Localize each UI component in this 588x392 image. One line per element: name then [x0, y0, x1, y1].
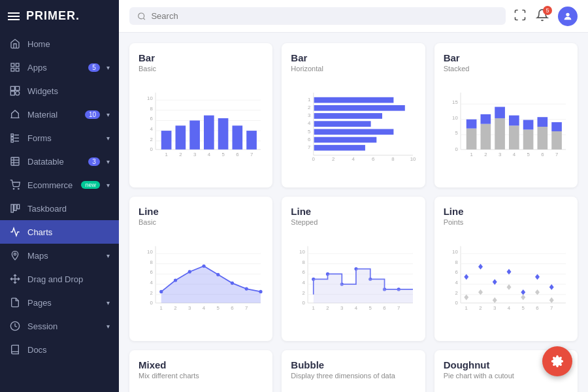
chart-line-points: Line Points 0 2 4 6 8 10 [434, 197, 578, 341]
charts-grid: Bar Basic 0 2 4 6 8 10 [119, 33, 588, 392]
sidebar-item-label-home: Home [27, 39, 110, 49]
sidebar-item-maps[interactable]: Maps ▾ [0, 244, 119, 267]
forms-arrow: ▾ [106, 135, 110, 142]
sidebar-item-label-datatable: Datatable [27, 157, 82, 167]
chart-bar-basic: Bar Basic 0 2 4 6 8 10 [129, 43, 272, 188]
svg-text:0: 0 [150, 300, 153, 306]
svg-text:5: 5 [217, 305, 220, 311]
pages-icon [9, 297, 21, 308]
svg-text:6: 6 [150, 116, 152, 122]
settings-icon [551, 355, 564, 368]
chart-title-bar-basic: Bar [139, 52, 263, 63]
notification-button[interactable]: 5 [536, 8, 549, 24]
svg-text:3: 3 [498, 152, 501, 157]
sidebar-item-label-widgets: Widgets [27, 86, 110, 96]
notification-badge: 5 [543, 6, 552, 15]
maps-icon [9, 250, 21, 261]
chart-title-bar-horizontal: Bar [291, 52, 416, 63]
chart-svg-line-stepped: 0 2 4 6 8 10 [291, 231, 416, 329]
search-input[interactable] [151, 11, 498, 21]
hamburger-icon[interactable] [8, 12, 20, 20]
svg-text:7: 7 [250, 152, 253, 157]
svg-point-23 [14, 253, 16, 255]
svg-text:2: 2 [150, 290, 152, 296]
chart-subtitle-line-basic: Basic [139, 218, 263, 226]
sidebar-item-datatable[interactable]: Datatable 3 ▾ [0, 150, 119, 173]
svg-text:2: 2 [479, 305, 482, 311]
sidebar-item-forms[interactable]: Forms ▾ [0, 126, 119, 150]
svg-rect-98 [551, 131, 562, 150]
sidebar-item-charts[interactable]: Charts [0, 220, 119, 244]
svg-text:1: 1 [165, 152, 167, 157]
session-arrow: ▾ [106, 323, 110, 330]
svg-text:5: 5 [521, 305, 525, 311]
sidebar-item-draganddrop[interactable]: Drag and Drop [0, 267, 119, 291]
svg-point-126 [231, 282, 234, 285]
svg-rect-6 [10, 91, 14, 95]
svg-text:6: 6 [384, 305, 386, 311]
svg-text:6: 6 [536, 305, 538, 311]
svg-point-121 [159, 290, 163, 293]
svg-rect-41 [161, 131, 172, 150]
apps-badge: 5 [88, 63, 100, 72]
sidebar-item-label-taskboard: Taskboard [27, 204, 110, 214]
sidebar-item-label-apps: Apps [27, 63, 82, 73]
svg-text:2: 2 [174, 305, 176, 311]
svg-point-125 [216, 273, 220, 276]
svg-rect-46 [232, 125, 242, 150]
svg-point-127 [245, 287, 248, 290]
svg-marker-187 [506, 284, 511, 290]
material-arrow: ▾ [106, 111, 110, 118]
svg-text:2: 2 [308, 105, 310, 110]
svg-text:2: 2 [302, 290, 305, 296]
svg-text:4: 4 [507, 305, 510, 311]
chart-svg-bar-stacked: 0 5 10 15 [444, 78, 568, 176]
user-avatar[interactable] [558, 7, 578, 26]
docs-icon [9, 344, 21, 355]
sidebar-item-pages[interactable]: Pages ▾ [0, 291, 119, 314]
chart-title-bar-stacked: Bar [444, 52, 568, 63]
svg-text:4: 4 [150, 126, 153, 132]
ecommerce-arrow: ▾ [106, 182, 110, 189]
fab-button[interactable] [542, 346, 572, 376]
apps-arrow: ▾ [106, 64, 110, 71]
sidebar-item-taskboard[interactable]: Taskboard [0, 197, 119, 220]
svg-text:5: 5 [308, 129, 311, 135]
svg-point-19 [18, 188, 19, 189]
svg-marker-182 [535, 274, 540, 280]
chart-line-stepped: Line Stepped 0 2 4 6 8 10 [282, 197, 425, 341]
sidebar-item-docs[interactable]: Docs [0, 338, 119, 361]
sidebar-item-widgets[interactable]: Widgets [0, 79, 119, 103]
ecommerce-icon [9, 179, 21, 191]
svg-text:8: 8 [302, 259, 305, 265]
svg-text:3: 3 [188, 305, 191, 311]
svg-text:3: 3 [340, 305, 343, 311]
sidebar-item-apps[interactable]: Apps 5 ▾ [0, 56, 119, 79]
svg-text:6: 6 [455, 269, 457, 275]
svg-rect-44 [204, 116, 214, 150]
svg-text:7: 7 [397, 305, 400, 311]
svg-text:5: 5 [369, 305, 372, 311]
svg-rect-73 [314, 121, 371, 127]
svg-text:5: 5 [455, 130, 458, 136]
sidebar-item-ecommerce[interactable]: Ecommerce new ▾ [0, 173, 119, 197]
sidebar-item-session[interactable]: Session ▾ [0, 314, 119, 338]
svg-text:10: 10 [299, 249, 305, 255]
svg-rect-47 [246, 131, 257, 150]
chart-bar-stacked: Bar Stacked 0 5 10 15 [434, 43, 578, 188]
chart-svg-line-basic: 0 2 4 6 8 10 [139, 231, 263, 329]
sidebar-item-material[interactable]: Material 10 ▾ [0, 103, 119, 126]
search-bar[interactable] [129, 7, 506, 25]
fullscreen-button[interactable] [514, 8, 527, 24]
svg-text:0: 0 [302, 300, 306, 306]
svg-rect-86 [466, 129, 476, 150]
svg-text:2: 2 [179, 152, 182, 157]
sidebar-item-home[interactable]: Home [0, 32, 119, 56]
drag-icon [9, 273, 21, 285]
search-icon [137, 12, 146, 21]
svg-rect-14 [11, 157, 19, 165]
svg-rect-96 [537, 127, 547, 150]
home-icon [9, 38, 21, 50]
svg-rect-88 [480, 124, 491, 150]
svg-text:8: 8 [455, 259, 457, 265]
